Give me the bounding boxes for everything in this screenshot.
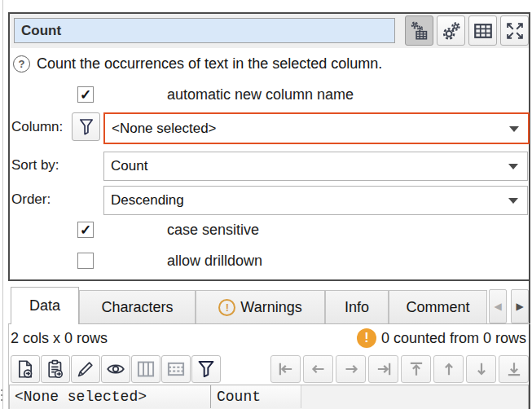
move-top-button[interactable] bbox=[401, 355, 431, 383]
status-warning-group: ! 0 counted from 0 rows bbox=[357, 328, 526, 348]
column-select-value: <None selected> bbox=[112, 114, 217, 143]
transform-options-view-button[interactable] bbox=[437, 15, 465, 46]
sort-by-row: Sort by: Count bbox=[10, 152, 529, 179]
tab-info-label: Info bbox=[345, 299, 369, 316]
help-row: ? Count the occurrences of text in the s… bbox=[13, 54, 382, 73]
first-row-button[interactable] bbox=[270, 355, 301, 383]
case-sensitive-checkbox[interactable]: ✓ bbox=[77, 222, 94, 238]
splitter-dot bbox=[1, 389, 2, 391]
counted-rows-text: 0 counted from 0 rows bbox=[381, 330, 526, 347]
move-down-button[interactable] bbox=[466, 355, 496, 383]
copy-clipboard-button[interactable] bbox=[41, 355, 70, 383]
next-row-button[interactable] bbox=[336, 355, 366, 383]
transform-options-panel: ? Count the occurrences of text in the s… bbox=[8, 12, 530, 281]
tab-comment-label: Comment bbox=[406, 299, 469, 316]
tab-data[interactable]: Data bbox=[11, 287, 79, 324]
last-row-icon bbox=[373, 358, 394, 380]
case-sensitive-label: case sensitive bbox=[167, 222, 259, 238]
transform-name-input[interactable] bbox=[14, 18, 395, 43]
order-label: Order: bbox=[11, 186, 51, 213]
export-file-icon bbox=[15, 358, 36, 380]
tab-characters-label: Characters bbox=[101, 299, 173, 316]
maximize-pane-icon bbox=[504, 20, 525, 42]
table-dimensions-text: 2 cols x 0 rows bbox=[11, 330, 108, 347]
edit-icon bbox=[75, 358, 96, 380]
allow-drilldown-row: allow drilldown bbox=[77, 253, 517, 269]
warning-circle-icon: ! bbox=[218, 299, 235, 316]
case-sensitive-row: ✓ case sensitive bbox=[77, 222, 517, 238]
columns-icon bbox=[135, 358, 156, 380]
transform-description: Count the occurrences of text in the sel… bbox=[37, 55, 382, 73]
previous-row-icon bbox=[308, 358, 329, 380]
auto-column-name-label: automatic new column name bbox=[167, 86, 354, 103]
auto-column-name-checkbox[interactable]: ✓ bbox=[77, 86, 94, 103]
transform-and-table-view-icon bbox=[409, 20, 430, 42]
next-row-icon bbox=[341, 358, 362, 380]
tab-data-label: Data bbox=[29, 297, 60, 314]
tabbar-baseline bbox=[8, 323, 530, 324]
column-widths-button[interactable] bbox=[131, 355, 160, 383]
tab-scroll-left-button[interactable]: ◀ bbox=[489, 289, 507, 323]
sort-by-label: Sort by: bbox=[11, 152, 59, 179]
column-select[interactable]: <None selected> bbox=[103, 112, 530, 144]
pane-right-border bbox=[529, 281, 530, 409]
column-label: Column: bbox=[11, 112, 63, 141]
filter-icon bbox=[77, 117, 96, 137]
table-view-button[interactable] bbox=[468, 15, 497, 46]
chevron-down-icon bbox=[508, 198, 518, 204]
move-top-icon bbox=[406, 358, 427, 380]
last-row-button[interactable] bbox=[368, 355, 398, 383]
order-select-value: Descending bbox=[111, 187, 184, 214]
tab-characters[interactable]: Characters bbox=[79, 290, 196, 323]
splitter-dot bbox=[1, 394, 2, 396]
move-bottom-button[interactable] bbox=[499, 355, 529, 383]
auto-column-name-row: ✓ automatic new column name bbox=[77, 86, 517, 103]
first-row-icon bbox=[275, 358, 297, 380]
table-header-cell-1[interactable]: <None selected> bbox=[10, 385, 211, 408]
panel-titlebar bbox=[10, 14, 529, 48]
tab-scroll-right-button[interactable]: ▶ bbox=[511, 289, 529, 323]
table-header-cell-2[interactable]: Count bbox=[212, 385, 301, 408]
row-heights-button[interactable] bbox=[161, 355, 191, 383]
previous-row-button[interactable] bbox=[303, 355, 333, 383]
pane-splitter[interactable] bbox=[2, 0, 3, 409]
data-table-header: <None selected> Count bbox=[9, 385, 529, 409]
column-row: Column: <None selected> bbox=[10, 112, 529, 141]
sort-by-select-value: Count bbox=[111, 152, 147, 180]
move-up-button[interactable] bbox=[433, 355, 464, 383]
view-values-button[interactable] bbox=[101, 355, 130, 383]
eye-icon bbox=[105, 358, 126, 380]
edit-button[interactable] bbox=[71, 355, 100, 383]
splitter-dot bbox=[1, 399, 2, 401]
move-up-icon bbox=[438, 358, 459, 380]
tab-warnings-label: Warnings bbox=[240, 299, 301, 316]
allow-drilldown-label: allow drilldown bbox=[167, 253, 262, 269]
rows-icon bbox=[165, 358, 187, 380]
order-select[interactable]: Descending bbox=[103, 186, 528, 215]
transform-options-view-icon bbox=[441, 20, 462, 42]
table-view-icon bbox=[473, 20, 494, 42]
tab-comment[interactable]: Comment bbox=[389, 290, 487, 323]
move-down-icon bbox=[471, 358, 492, 380]
move-bottom-icon bbox=[503, 358, 525, 380]
chevron-down-icon bbox=[509, 126, 519, 132]
chevron-down-icon bbox=[508, 164, 518, 169]
arrow-left-icon: ◀ bbox=[494, 301, 501, 312]
sort-by-select[interactable]: Count bbox=[103, 152, 528, 181]
export-file-button[interactable] bbox=[11, 355, 40, 383]
transform-and-table-view-button[interactable] bbox=[405, 15, 433, 46]
tab-info[interactable]: Info bbox=[325, 290, 389, 323]
arrow-right-icon: ▶ bbox=[516, 301, 523, 312]
copy-clipboard-icon bbox=[45, 358, 66, 380]
allow-drilldown-checkbox[interactable] bbox=[77, 253, 94, 269]
filter-icon bbox=[196, 358, 217, 380]
warning-badge-icon: ! bbox=[357, 328, 376, 348]
tab-warnings[interactable]: ! Warnings bbox=[196, 290, 325, 323]
column-filter-button[interactable] bbox=[72, 112, 100, 141]
order-row: Order: Descending bbox=[10, 186, 529, 213]
filter-rows-button[interactable] bbox=[191, 355, 221, 383]
help-icon[interactable]: ? bbox=[13, 55, 30, 73]
maximize-pane-button[interactable] bbox=[500, 15, 529, 46]
